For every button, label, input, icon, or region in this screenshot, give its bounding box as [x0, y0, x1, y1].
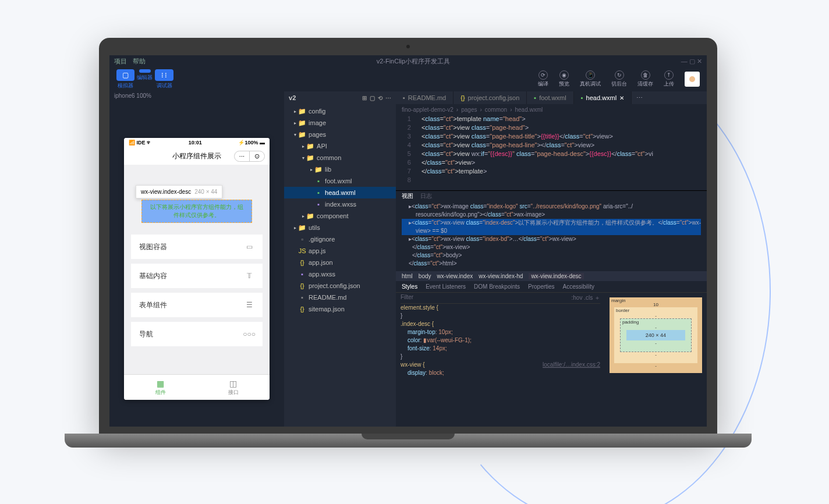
file-tree[interactable]: ▸📁config▸📁image▾📁pages▸📁API▾📁common▸📁lib… [284, 104, 396, 427]
phone-navbar: 小程序组件展示 ··· ⊙ [124, 147, 270, 165]
action-编译[interactable]: ⟳编译 [538, 70, 548, 88]
window-title: v2-FinClip小程序开发工具 [377, 57, 451, 66]
styles-tab[interactable]: Styles [402, 283, 417, 290]
minimap[interactable] [683, 115, 707, 190]
tree-node[interactable]: ▪foot.wxml [284, 175, 396, 187]
explorer-action-icon[interactable]: ▢ [370, 95, 375, 101]
action-真机调试[interactable]: 📱真机调试 [580, 70, 601, 88]
menubar: 项目 帮助 v2-FinClip小程序开发工具 — ▢ ✕ [109, 55, 707, 67]
styles-filter[interactable]: Filter [401, 294, 413, 302]
laptop-frame: 项目 帮助 v2-FinClip小程序开发工具 — ▢ ✕ ▢模拟器编辑器⫶⫶调… [99, 38, 717, 457]
tree-node[interactable]: ▸📁image [284, 117, 396, 129]
tree-node[interactable]: ▾📁common [284, 152, 396, 164]
tree-node[interactable]: ▫.gitignore [284, 233, 396, 245]
close-icon[interactable]: ✕ [619, 95, 624, 101]
dom-tree[interactable]: ▸<class="ct">wx-image class="index-logo"… [396, 201, 707, 271]
list-item-icon: ○○○ [244, 329, 254, 339]
tabbar-item[interactable]: ▦组件 [124, 375, 197, 400]
tree-node[interactable]: ▸📁utils [284, 222, 396, 233]
editor-panel: ▪README.md{}project.config.json▪foot.wxm… [396, 91, 707, 427]
list-item[interactable]: 导航○○○ [131, 322, 263, 346]
tree-node[interactable]: ▸📁lib [284, 164, 396, 175]
devtools-tab-console[interactable]: 日志 [420, 192, 432, 200]
action-切后台[interactable]: ↻切后台 [611, 70, 627, 88]
list-item[interactable]: 视图容器▭ [131, 235, 263, 259]
tabbar-item[interactable]: ◫接口 [197, 375, 270, 400]
phone-simulator[interactable]: 📶 IDE ᯤ 10:01 ⚡100% ▬ 小程序组件展示 ··· ⊙ [124, 138, 270, 400]
styles-tabs: StylesEvent ListenersDOM BreakpointsProp… [396, 281, 707, 293]
tree-node[interactable]: ▸📁config [284, 105, 396, 117]
list-item[interactable]: 表单组件☰ [131, 293, 263, 317]
action-上传[interactable]: ⤒上传 [664, 70, 674, 88]
list-item[interactable]: 基础内容𝕋 [131, 264, 263, 288]
mode-button-0[interactable]: ▢ [116, 69, 134, 81]
editor-tab[interactable]: {}project.config.json [454, 91, 527, 104]
tree-node[interactable]: ▪app.wxss [284, 268, 396, 280]
menu-help[interactable]: 帮助 [133, 57, 146, 66]
tree-node[interactable]: ▸📁API [284, 140, 396, 152]
menu-project[interactable]: 项目 [114, 57, 127, 66]
list-item-icon: ▭ [244, 242, 254, 252]
editor-tab[interactable]: ▪foot.wxml [527, 91, 573, 104]
editor-tab[interactable]: ▪head.wxml✕ [574, 91, 632, 104]
camera-dot [406, 45, 410, 48]
action-预览[interactable]: ◉预览 [559, 70, 569, 88]
tree-node[interactable]: JSapp.js [284, 245, 396, 257]
tree-node[interactable]: {}project.config.json [284, 280, 396, 292]
devtools-tab-elements[interactable]: 视图 [402, 192, 413, 200]
window-controls[interactable]: — ▢ ✕ [681, 58, 702, 65]
dom-breadcrumb[interactable]: htmlbodywx-view.indexwx-view.index-hdwx-… [396, 271, 707, 281]
tree-node[interactable]: ▪README.md [284, 292, 396, 303]
capsule-button[interactable]: ··· ⊙ [234, 151, 265, 162]
breadcrumb[interactable]: fino-applet-demo-v2›pages›common›head.wx… [396, 104, 707, 115]
explorer-action-icon[interactable]: ⊞ [362, 95, 367, 101]
devtools: 视图 日志 ▸<class="ct">wx-image class="index… [396, 190, 707, 427]
avatar[interactable] [685, 72, 700, 87]
phone-tabbar: ▦组件◫接口 [124, 374, 270, 400]
action-清缓存[interactable]: 🗑清缓存 [637, 70, 653, 88]
device-info: iphone6 100% [109, 91, 284, 103]
phone-statusbar: 📶 IDE ᯤ 10:01 ⚡100% ▬ [124, 138, 270, 147]
mode-button-2[interactable]: ⫶⫶ [155, 69, 173, 81]
simulator-panel: iphone6 100% 📶 IDE ᯤ 10:01 ⚡100% ▬ 小程序组件… [109, 91, 284, 427]
decorative-curve [701, 0, 829, 145]
editor-tab[interactable]: ▪README.md [396, 91, 454, 104]
mode-button-1[interactable] [139, 69, 151, 73]
styles-tab[interactable]: Properties [528, 283, 555, 290]
styles-tab[interactable]: DOM Breakpoints [474, 283, 520, 290]
file-explorer: v2 ⊞▢⟲⋯ ▸📁config▸📁image▾📁pages▸📁API▾📁com… [284, 91, 396, 427]
styles-tab[interactable]: Accessibility [563, 283, 594, 290]
list-item-icon: ☰ [244, 300, 254, 310]
tab-overflow-icon[interactable]: ⋯ [632, 91, 647, 104]
tree-node[interactable]: {}app.json [284, 257, 396, 268]
tree-node[interactable]: ▪index.wxss [284, 198, 396, 210]
explorer-root[interactable]: v2 [289, 94, 296, 101]
inspected-element[interactable]: 以下将展示小程序官方组件能力，组件样式仅供参考。 [141, 200, 252, 223]
phone-content[interactable]: wx-view.index-desc240 × 44 以下将展示小程序官方组件能… [124, 165, 270, 374]
styles-tab[interactable]: Event Listeners [426, 283, 466, 290]
tree-node[interactable]: {}sitemap.json [284, 303, 396, 315]
box-model[interactable]: margin 10 border - padding - 240 × 4 [605, 293, 707, 427]
code-editor[interactable]: 12345678 <class="ct">template name="head… [396, 115, 707, 190]
app-screen: 项目 帮助 v2-FinClip小程序开发工具 — ▢ ✕ ▢模拟器编辑器⫶⫶调… [109, 55, 707, 427]
styles-rules[interactable]: Filter :hov .cls ＋ element.style {}.inde… [396, 293, 605, 427]
tree-node[interactable]: ▪head.wxml [284, 187, 396, 198]
toolbar: ▢模拟器编辑器⫶⫶调试器 ⟳编译◉预览📱真机调试↻切后台🗑清缓存⤒上传 [109, 67, 707, 91]
explorer-action-icon[interactable]: ⋯ [385, 95, 391, 101]
inspector-tooltip: wx-view.index-desc240 × 44 [136, 185, 222, 198]
explorer-action-icon[interactable]: ⟲ [378, 95, 382, 101]
tree-node[interactable]: ▸📁component [284, 210, 396, 222]
list-item-icon: 𝕋 [244, 271, 254, 281]
styles-filter-actions[interactable]: :hov .cls ＋ [572, 294, 600, 302]
tree-node[interactable]: ▾📁pages [284, 129, 396, 140]
editor-tabs: ▪README.md{}project.config.json▪foot.wxm… [396, 91, 707, 104]
